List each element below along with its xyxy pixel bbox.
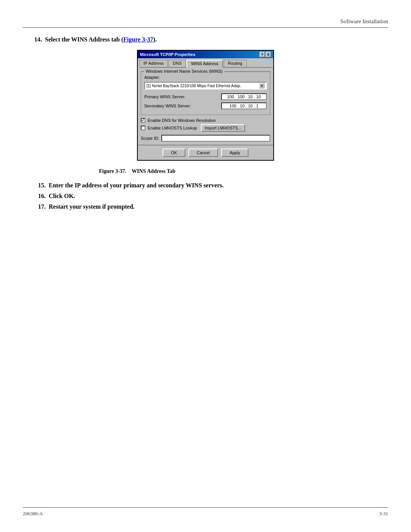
scope-row: Scope ID: [141, 135, 270, 142]
primary-wins-row: Primary WINS Server: 100 . 100 . 10 . 10 [144, 93, 267, 100]
page-header: Software Installation [341, 18, 388, 25]
close-button[interactable]: X [266, 52, 271, 57]
ok-button[interactable]: OK [162, 149, 185, 157]
main-content: 14. Select the WINS Address tab (Figure … [23, 36, 388, 214]
adapter-dropdown-row: [1] Nortel BayStack 2210/100 Mbps Fast E… [144, 82, 267, 89]
tab-dns[interactable]: DNS [169, 60, 186, 67]
dialog-titlebar: Microsoft TCP/IP Properties ? X [138, 51, 273, 58]
help-button[interactable]: ? [260, 52, 265, 57]
win-dialog: Microsoft TCP/IP Properties ? X IP Addre… [137, 50, 274, 161]
footer-left: 206380-A [23, 511, 43, 517]
adapter-label: Adapter: [144, 75, 160, 80]
enable-dns-label: Enable DNS for Windows Resolution [148, 118, 216, 123]
step-14-heading: 14. Select the WINS Address tab (Figure … [34, 36, 388, 43]
tab-ip-address[interactable]: IP Address [139, 60, 168, 67]
figure-title: WINS Address Tab [132, 168, 175, 174]
secondary-wins-label: Secondary WINS Server: [144, 104, 191, 108]
tab-routing[interactable]: Routing [224, 60, 247, 67]
adapter-value: [1] Nortel BayStack 2210/100 Mbps Fast E… [147, 84, 241, 88]
page-footer: 206380-A 3-31 [23, 507, 388, 517]
header-rule [23, 27, 388, 28]
enable-lmhosts-checkbox[interactable] [141, 126, 145, 130]
primary-wins-input[interactable]: 100 . 100 . 10 . 10 [221, 93, 267, 100]
dialog-footer: OK Cancel Apply [138, 145, 273, 160]
steps-list: 15. Enter the IP address of your primary… [34, 182, 388, 210]
step-16: 16. Click OK. [38, 193, 388, 200]
secondary-wins-input[interactable]: 100 . 10 . 10 . 1 [221, 102, 267, 109]
dialog-wrapper: Microsoft TCP/IP Properties ? X IP Addre… [23, 50, 388, 161]
tab-bar: IP Address DNS WINS Address Routing [138, 58, 273, 67]
footer-rule [23, 507, 388, 508]
import-lmhosts-button[interactable]: Import LMHOSTS... [201, 124, 245, 132]
wins-groupbox: Windows Internet Name Services (WINS) Ad… [141, 71, 270, 115]
step-15: 15. Enter the IP address of your primary… [38, 182, 388, 189]
titlebar-buttons: ? X [260, 52, 271, 57]
scope-input[interactable] [161, 135, 270, 142]
dialog-title: Microsoft TCP/IP Properties [140, 52, 195, 57]
enable-dns-row: Enable DNS for Windows Resolution [141, 118, 270, 123]
enable-lmhosts-row: Enable LMHOSTS Lookup Import LMHOSTS... [141, 124, 270, 132]
apply-button[interactable]: Apply [221, 149, 249, 157]
figure-number: Figure 3-37. [99, 168, 126, 174]
adapter-dropdown[interactable]: [1] Nortel BayStack 2210/100 Mbps Fast E… [144, 82, 267, 89]
figure-caption: Figure 3-37. WINS Address Tab [99, 168, 388, 174]
figure-link[interactable]: Figure 3-37 [123, 36, 153, 43]
cancel-button[interactable]: Cancel [188, 149, 218, 157]
dialog-body: Windows Internet Name Services (WINS) Ad… [138, 68, 273, 145]
groupbox-title: Windows Internet Name Services (WINS) [144, 69, 224, 73]
secondary-wins-row: Secondary WINS Server: 100 . 10 . 10 . 1 [144, 102, 267, 109]
scope-label: Scope ID: [141, 136, 159, 141]
step-17: 17. Restart your system if prompted. [38, 203, 388, 210]
footer-content: 206380-A 3-31 [23, 511, 388, 517]
primary-wins-label: Primary WINS Server: [144, 94, 185, 99]
enable-lmhosts-label: Enable LMHOSTS Lookup [148, 126, 197, 130]
enable-dns-checkbox[interactable] [141, 118, 145, 123]
adapter-row: Adapter: [144, 75, 267, 80]
header-title: Software Installation [341, 18, 388, 24]
footer-right: 3-31 [379, 511, 388, 517]
tab-wins-address[interactable]: WINS Address [186, 60, 223, 68]
dropdown-arrow[interactable]: ▼ [259, 83, 264, 88]
